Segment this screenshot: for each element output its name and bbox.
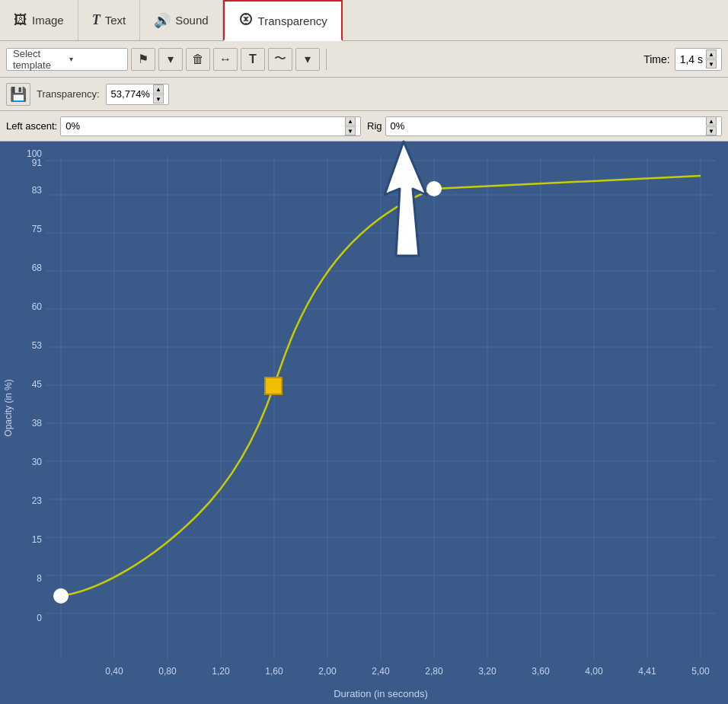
resize-button[interactable]: ↔ [213,48,238,71]
tab-bar: 🖼 Image T Text 🔊 Sound Transparency [0,0,728,41]
svg-text:3,20: 3,20 [478,666,497,677]
wave-dropdown-icon: ▾ [305,52,311,66]
right-ascent-down-button[interactable]: ▼ [706,126,717,135]
transparency-spinners: ▲ ▼ [153,84,164,104]
tab-sound-label: Sound [175,14,208,27]
svg-text:30: 30 [32,457,43,467]
transparency-value: 53,774% [111,88,150,100]
trash-button[interactable]: 🗑 [186,48,210,71]
svg-text:100: 100 [27,148,42,159]
svg-text:53: 53 [32,340,43,351]
right-ascent-field: Rig 0% ▲ ▼ [367,116,722,136]
svg-text:15: 15 [32,534,43,545]
flag-icon: ⚑ [138,52,148,66]
svg-text:2,40: 2,40 [372,666,390,677]
template-dropdown-icon: ▾ [69,55,121,63]
svg-text:23: 23 [32,495,43,506]
tab-transparency[interactable]: Transparency [223,0,343,41]
chart-svg: 0 8 15 23 30 38 45 53 60 68 75 83 91 100… [0,142,728,704]
flag-button[interactable]: ⚑ [131,48,155,71]
flag-dropdown-icon: ▾ [168,52,174,66]
tab-transparency-label: Transparency [258,14,327,27]
chart-area[interactable]: 0 8 15 23 30 38 45 53 60 68 75 83 91 100… [0,142,728,704]
svg-text:68: 68 [32,263,43,273]
svg-text:3,60: 3,60 [532,666,550,677]
left-ascent-input[interactable]: 0% ▲ ▼ [60,116,361,136]
left-ascent-field: Left ascent: 0% ▲ ▼ [6,116,361,136]
svg-text:8: 8 [37,573,42,584]
t-icon: T [249,53,257,66]
transparency-label: Transparency: [37,88,100,100]
svg-text:5,00: 5,00 [691,666,710,677]
left-ascent-label: Left ascent: [6,120,57,132]
tab-text[interactable]: T Text [78,0,141,40]
left-ascent-value: 0% [65,120,80,132]
template-select[interactable]: Select template ▾ [6,48,128,71]
svg-text:0,80: 0,80 [158,666,177,677]
right-ascent-up-button[interactable]: ▲ [706,116,717,126]
wave-button[interactable]: 〜 [268,48,292,71]
left-ascent-down-button[interactable]: ▼ [345,126,356,135]
image-icon: 🖼 [14,12,27,28]
transparency-up-button[interactable]: ▲ [153,84,164,94]
svg-text:45: 45 [32,379,43,390]
right-ascent-value: 0% [391,120,405,132]
save-icon: 💾 [10,86,27,103]
left-ascent-spinners: ▲ ▼ [345,116,356,135]
svg-text:0,40: 0,40 [105,666,123,677]
svg-text:4,41: 4,41 [638,666,656,677]
controls-row: 💾 Transparency: 53,774% ▲ ▼ [0,78,728,111]
svg-point-58 [427,182,441,196]
wave-dropdown-button[interactable]: ▾ [295,48,320,71]
flag-dropdown-button[interactable]: ▾ [158,48,183,71]
left-ascent-up-button[interactable]: ▲ [345,116,356,126]
resize-icon: ↔ [219,53,231,66]
sound-icon: 🔊 [154,12,171,29]
time-input[interactable]: 1,4 s ▲ ▼ [675,48,722,71]
time-down-button[interactable]: ▼ [706,59,717,68]
svg-text:1,60: 1,60 [265,666,283,677]
wave-icon: 〜 [274,51,286,67]
svg-text:Duration (in seconds): Duration (in seconds) [334,688,428,699]
svg-text:2,00: 2,00 [318,666,337,677]
svg-text:4,00: 4,00 [585,666,603,677]
transparency-down-button[interactable]: ▼ [153,94,164,104]
svg-text:0: 0 [37,613,42,623]
svg-text:1,20: 1,20 [212,666,230,677]
t-button[interactable]: T [241,48,265,71]
svg-point-56 [54,589,68,603]
svg-text:91: 91 [32,158,43,168]
svg-text:2,80: 2,80 [425,666,443,677]
tab-sound[interactable]: 🔊 Sound [140,0,222,40]
right-ascent-input[interactable]: 0% ▲ ▼ [385,116,722,136]
right-ascent-label: Rig [367,120,382,132]
svg-text:60: 60 [32,301,43,312]
transparency-icon [238,11,254,30]
save-button[interactable]: 💾 [6,83,30,106]
trash-icon: 🗑 [192,53,204,66]
svg-text:83: 83 [32,185,43,196]
toolbar: Select template ▾ ⚑ ▾ 🗑 ↔ T 〜 ▾ Time: 1,… [0,41,728,78]
svg-text:Opacity (in %): Opacity (in %) [3,379,14,436]
svg-rect-57 [265,377,282,394]
tab-image-label: Image [32,14,64,27]
time-control: Time: 1,4 s ▲ ▼ [643,48,722,71]
time-label: Time: [643,53,669,65]
svg-text:38: 38 [32,418,43,428]
text-icon: T [92,12,101,28]
time-up-button[interactable]: ▲ [706,49,717,59]
time-value: 1,4 s [680,53,703,65]
svg-text:75: 75 [32,224,43,234]
toolbar-separator [326,49,327,70]
ascent-row: Left ascent: 0% ▲ ▼ Rig 0% ▲ ▼ [0,111,728,142]
right-ascent-spinners: ▲ ▼ [706,116,717,135]
transparency-input[interactable]: 53,774% ▲ ▼ [106,84,169,105]
tab-image[interactable]: 🖼 Image [0,0,78,40]
time-spinners: ▲ ▼ [706,49,717,68]
tab-text-label: Text [105,14,126,27]
template-select-label: Select template [13,48,65,71]
